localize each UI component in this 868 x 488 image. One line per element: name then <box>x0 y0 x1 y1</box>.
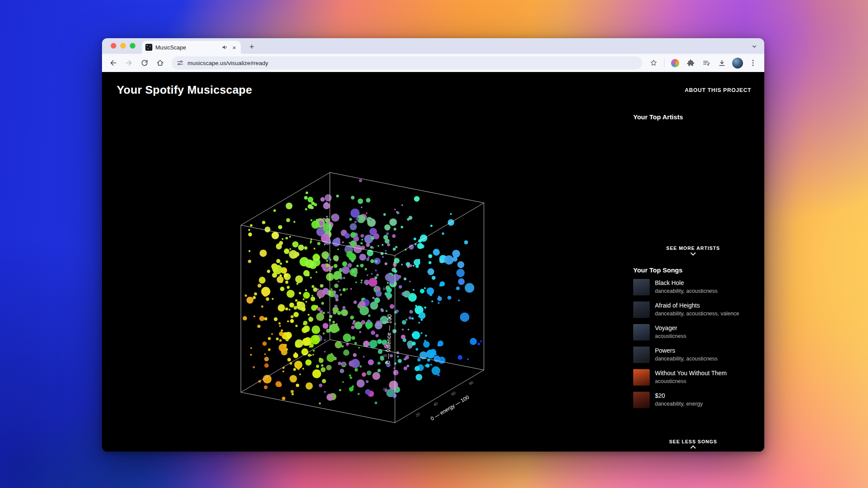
song-title: Voyager <box>655 324 742 331</box>
home-button[interactable] <box>153 56 167 70</box>
tab-search-chevron-icon[interactable] <box>750 42 759 51</box>
song-row[interactable]: Black Holedanceability, acousticness <box>633 279 753 295</box>
svg-text:60: 60 <box>450 391 457 397</box>
song-row[interactable]: Afraid of Heightsdanceability, acousticn… <box>633 301 753 318</box>
zoom-window-button[interactable] <box>130 43 135 49</box>
address-bar[interactable]: musicscape.us/visualize#ready <box>171 56 642 69</box>
new-tab-button[interactable]: + <box>246 41 257 52</box>
tab-strip: MusicScape × + <box>102 38 764 54</box>
extension-color-wheel-button[interactable] <box>668 56 682 70</box>
reload-button[interactable] <box>138 56 151 70</box>
scatter-points <box>243 179 482 405</box>
browser-tab[interactable]: MusicScape × <box>142 41 241 54</box>
extensions-puzzle-button[interactable] <box>684 56 697 70</box>
song-features: acousticness <box>655 378 742 385</box>
avatar-image <box>732 58 743 69</box>
album-art <box>633 279 650 295</box>
song-features: danceability, acousticness, valence <box>655 310 742 318</box>
page-header: Your Spotify Musicscape ABOUT THIS PROJE… <box>102 72 764 97</box>
see-more-artists-button[interactable]: SEE MORE ARTISTS <box>650 246 736 256</box>
song-row[interactable]: Voyageracousticness <box>633 324 753 341</box>
sidebar: Your Top Artists SEE MORE ARTISTS Your T… <box>633 72 764 452</box>
top-artists-grid <box>633 121 753 246</box>
chevron-down-icon <box>690 252 696 256</box>
toolbar-separator <box>664 59 664 67</box>
back-button[interactable] <box>106 56 120 70</box>
album-art <box>633 369 650 386</box>
tab-title: MusicScape <box>155 44 219 51</box>
top-songs-heading: Your Top Songs <box>633 266 753 274</box>
chevron-up-icon <box>690 445 696 449</box>
svg-text:20: 20 <box>383 387 387 391</box>
song-row[interactable]: Without You Without Themacousticness <box>633 369 753 386</box>
close-window-button[interactable] <box>111 43 116 49</box>
page-content: Your Spotify Musicscape ABOUT THIS PROJE… <box>102 72 764 452</box>
album-art <box>633 392 650 408</box>
svg-text:60: 60 <box>383 320 387 324</box>
song-features: danceability, energy <box>655 400 742 408</box>
browser-window: MusicScape × + <box>102 38 764 452</box>
desktop-wallpaper: MusicScape × + <box>0 0 868 488</box>
song-title: Afraid of Heights <box>655 302 742 309</box>
song-features: danceability, acousticness <box>655 355 742 363</box>
song-title: Black Hole <box>655 279 742 286</box>
song-row[interactable]: Powersdanceability, acousticness <box>633 347 753 363</box>
svg-text:40: 40 <box>383 354 387 358</box>
site-settings-icon[interactable] <box>177 59 184 66</box>
album-art <box>633 301 650 318</box>
browser-toolbar: musicscape.us/visualize#ready <box>102 54 764 72</box>
svg-text:80: 80 <box>468 380 474 386</box>
page-title: Your Spotify Musicscape <box>117 83 252 97</box>
top-artists-heading: Your Top Artists <box>633 113 753 121</box>
song-title: Without You Without Them <box>655 370 742 377</box>
song-features: danceability, acousticness <box>655 288 742 295</box>
see-less-songs-label: SEE LESS SONGS <box>669 439 717 444</box>
album-art <box>633 324 650 341</box>
song-row[interactable]: $20danceability, energy <box>633 392 753 408</box>
see-less-songs-button[interactable]: SEE LESS SONGS <box>633 435 753 449</box>
forward-button[interactable] <box>122 56 136 70</box>
media-controls-button[interactable] <box>699 56 713 70</box>
minimize-window-button[interactable] <box>120 43 126 49</box>
browser-menu-button[interactable] <box>746 56 760 70</box>
tab-favicon <box>145 44 152 51</box>
svg-text:80: 80 <box>383 287 387 291</box>
see-more-artists-label: SEE MORE ARTISTS <box>666 246 720 251</box>
bookmark-star-button[interactable] <box>647 56 661 70</box>
song-title: $20 <box>655 392 742 399</box>
album-art <box>633 347 650 363</box>
energy-axis-title: 0 — energy — 100 <box>430 394 470 422</box>
svg-text:40: 40 <box>433 401 439 407</box>
url-text: musicscape.us/visualize#ready <box>187 60 268 66</box>
tab-audio-icon[interactable] <box>222 44 228 50</box>
top-songs-list: Black Holedanceability, acousticnessAfra… <box>633 279 753 408</box>
tab-close-icon[interactable]: × <box>231 44 237 51</box>
downloads-button[interactable] <box>715 56 729 70</box>
profile-avatar[interactable] <box>730 56 744 70</box>
about-project-link[interactable]: ABOUT THIS PROJECT <box>685 87 751 93</box>
traffic-lights <box>111 43 135 49</box>
color-wheel-icon <box>671 59 679 67</box>
song-features: acousticness <box>655 333 742 340</box>
song-title: Powers <box>655 347 742 354</box>
musicscape-3d-scatter[interactable]: 0 — valence — 10020406080204060800 — ene… <box>102 72 644 452</box>
svg-text:20: 20 <box>415 412 421 418</box>
